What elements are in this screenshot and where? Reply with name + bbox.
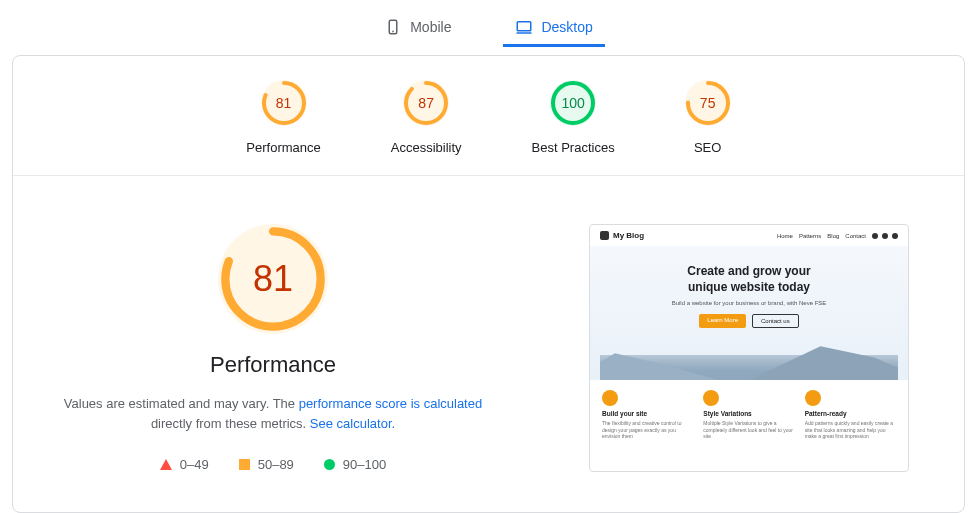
preview-hero-sub: Build a website for your business or bra… [600,300,898,306]
preview-feature: Build your site The flexibility and crea… [602,390,693,440]
feature-icon [602,390,618,406]
gauges-row: 81 Performance 87 Accessibility 100 Best… [13,80,964,176]
performance-summary: 81 Performance Values are estimated and … [53,224,493,472]
tab-desktop[interactable]: Desktop [503,10,604,47]
tab-mobile-label: Mobile [410,19,451,35]
preview-hero-title: Create and grow yourunique website today [600,264,898,295]
preview-mountains [600,338,898,380]
preview-feature: Pattern-ready Add patterns quickly and e… [805,390,896,440]
gauge-label: Best Practices [532,140,615,155]
site-preview: My Blog HomePatternsBlogContact Create a… [589,224,909,472]
gauge-score: 87 [403,80,449,126]
gauge-score: 100 [550,80,596,126]
tab-desktop-label: Desktop [541,19,592,35]
gauge-label: Performance [246,140,320,155]
preview-hero-buttons: Learn More Contact us [600,314,898,328]
preview-hero: Create and grow yourunique website today… [590,246,908,380]
performance-title: Performance [210,352,336,378]
performance-description: Values are estimated and may vary. The p… [53,394,493,433]
square-icon [239,459,250,470]
preview-feature: Style Variations Multiple Style Variatio… [703,390,794,440]
score-legend: 0–49 50–89 90–100 [160,457,386,472]
preview-header: My Blog HomePatternsBlogContact [590,225,908,246]
gauge-best-practices[interactable]: 100 Best Practices [532,80,615,155]
preview-btn-secondary: Contact us [752,314,799,328]
score-calc-link[interactable]: performance score is calculated [299,396,483,411]
svg-rect-2 [518,22,532,31]
feature-icon [703,390,719,406]
gauge-score: 75 [685,80,731,126]
performance-big-gauge: 81 [218,224,328,334]
gauge-score: 81 [261,80,307,126]
circle-icon [324,459,335,470]
legend-low: 0–49 [160,457,209,472]
legend-high: 90–100 [324,457,386,472]
preview-btn-primary: Learn More [699,314,746,328]
desktop-icon [515,18,533,36]
feature-icon [805,390,821,406]
gauge-accessibility[interactable]: 87 Accessibility [391,80,462,155]
triangle-icon [160,459,172,470]
preview-logo: My Blog [600,231,644,240]
see-calculator-link[interactable]: See calculator. [310,416,395,431]
preview-features: Build your site The flexibility and crea… [590,380,908,450]
mobile-icon [384,18,402,36]
gauge-label: SEO [694,140,721,155]
tab-mobile[interactable]: Mobile [372,10,463,47]
gauge-seo[interactable]: 75 SEO [685,80,731,155]
performance-big-score: 81 [218,224,328,334]
preview-social [872,233,898,239]
legend-mid: 50–89 [239,457,294,472]
report-panel: 81 Performance 87 Accessibility 100 Best… [12,55,965,513]
detail-section: 81 Performance Values are estimated and … [13,176,964,472]
gauge-label: Accessibility [391,140,462,155]
preview-nav: HomePatternsBlogContact [777,233,898,239]
gauge-performance[interactable]: 81 Performance [246,80,320,155]
device-tabs: Mobile Desktop [0,0,977,47]
